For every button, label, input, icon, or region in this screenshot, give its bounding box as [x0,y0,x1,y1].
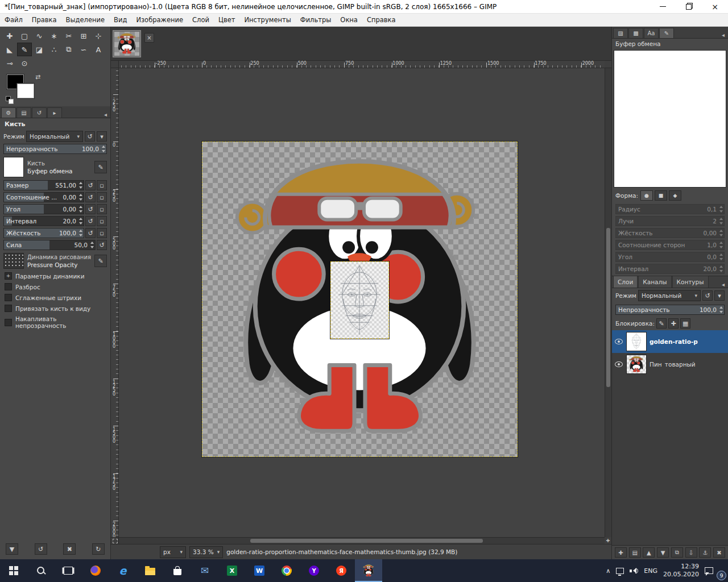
opacity-slider[interactable]: Непрозрачность100,0 [3,144,107,154]
tool-slider-3-slider[interactable]: Интервал20,0 [3,216,84,226]
fonts-tab[interactable]: Aa [644,28,659,38]
taskbar-yahoo[interactable]: Y [300,559,328,582]
menu-item-8[interactable]: Фильтры [296,16,336,24]
menu-item-0[interactable]: Файл [0,16,27,24]
edit-brush-button[interactable]: ✎ [94,161,107,173]
unit-select[interactable]: px ▾ [160,546,186,558]
brush-selector[interactable]: Кисть Буфер обмена ✎ [3,157,107,177]
delete-preset-button[interactable]: ✖ [63,543,76,555]
tool-slider-1-slider[interactable]: Соотношение ...0,00 [3,192,84,202]
tool-slider-0-reset-button[interactable]: ↺ [85,180,96,190]
canvas-viewport[interactable] [119,68,605,537]
background-color-swatch[interactable] [17,84,34,98]
default-colors-icon[interactable] [6,96,14,104]
image-canvas[interactable] [202,142,518,457]
undo-history-tab[interactable]: ↺ [32,107,47,118]
lock-position-button[interactable]: ✚ [668,318,679,329]
shape-diamond-button[interactable]: ◆ [669,190,681,201]
taskbar-gimp[interactable] [355,559,382,582]
taskbar-mail[interactable]: ✉ [191,559,218,582]
horizontal-ruler[interactable]: -250025050075010001250150017502000 [119,61,605,68]
image-tab[interactable] [113,30,141,57]
brushes-tab[interactable]: ▨ [613,28,628,38]
restore-preset-button[interactable]: ↺ [35,543,47,555]
tool-zoom[interactable]: ⊙ [17,56,32,70]
tool-slider-3-reset-button[interactable]: ↺ [85,216,96,226]
menu-item-4[interactable]: Изображение [131,16,188,24]
tool-rectangle-select[interactable]: ▢ [17,29,32,43]
taskbar-excel[interactable]: X [218,559,246,582]
tool-move[interactable]: ✚ [2,29,17,43]
menu-item-10[interactable]: Справка [362,16,400,24]
quick-mask-toggle[interactable] [111,537,119,544]
taskbar-start[interactable] [0,559,27,582]
layer-mode-switch-button[interactable]: ↺ [702,290,713,301]
layer-visible-eye-icon[interactable] [614,338,623,345]
raise-layer-button[interactable]: ▲ [643,547,655,558]
tool-slider-0-spinner[interactable] [78,182,83,189]
tool-slider-2-spinner[interactable] [78,206,83,213]
mode-select[interactable]: Нормальный ▾ [26,131,83,142]
tool-slider-2-reset-button[interactable]: ↺ [85,204,96,214]
swap-colors-icon[interactable]: ⇄ [35,73,40,81]
layer-mode-select[interactable]: Нормальный ▾ [638,290,701,301]
checkbox-row-1[interactable]: Сглаженные штрихи [5,294,106,301]
opacity-spinner[interactable] [101,146,106,152]
tab-paths[interactable]: Контуры [672,276,709,288]
tool-slider-1-reset-button[interactable]: ↺ [85,192,96,202]
tool-slider-3-spinner[interactable] [78,218,83,225]
brush-editor-5-spinner[interactable] [718,265,723,272]
tool-options-tab[interactable]: ⚙ [1,107,16,118]
new-layer-button[interactable]: ✚ [615,547,627,558]
dock-menu-button[interactable]: ◂ [102,111,109,118]
menu-item-9[interactable]: Окна [336,16,362,24]
vertical-ruler[interactable]: -250025050075010001250150017502000 [111,68,119,537]
brush-editor-4-spinner[interactable] [718,253,723,260]
layer-opacity-slider[interactable]: Непрозрачность100,0 [615,305,725,315]
reset-tool-button[interactable]: ↻ [92,543,105,555]
taskbar-explorer[interactable] [136,559,164,582]
taskbar-yandex[interactable]: Я [328,559,355,582]
taskbar-word[interactable]: W [246,559,273,582]
dock-menu-button[interactable]: ◂ [719,32,727,38]
mode-reset-button[interactable]: ↺ [85,131,95,142]
brush-editor-0-slider[interactable]: Радиус0,1 [615,204,725,214]
checkbox-row-2[interactable]: Привязать кисть к виду [5,305,106,312]
lock-pixels-button[interactable]: ✎ [656,318,667,329]
tool-free-select[interactable]: ∿ [32,29,47,43]
hidden-icons-button[interactable]: ∧ [606,567,610,575]
pasted-layer-selection[interactable] [330,261,389,339]
tool-slider-4-reset-button[interactable]: ↺ [85,228,96,238]
notification-badge[interactable]: 9 [717,571,726,580]
zoom-select[interactable]: 33.3 % ▾ [189,546,223,558]
tool-slider-4-slider[interactable]: Жёсткость100,0 [3,228,84,238]
tool-slider-4-spinner[interactable] [78,230,83,236]
mode-menu-button[interactable]: ▾ [97,131,107,142]
tool-slider-2-link-button[interactable]: ▫ [97,204,107,214]
dynamics-options-expander[interactable]: + Параметры динамики [5,272,106,280]
horizontal-scrollbar[interactable] [119,537,605,544]
network-icon[interactable] [616,568,624,574]
dynamics-selector[interactable]: Динамика рисования Pressure Opacity ✎ [3,253,107,269]
vertical-scrollbar-thumb[interactable] [606,228,610,388]
tool-slider-5-slider[interactable]: Сила50,0 [3,240,96,250]
shape-circle-button[interactable]: ● [640,190,653,201]
patterns-tab[interactable]: ▩ [628,28,643,38]
brush-editor-2-slider[interactable]: Жёсткость0,00 [615,228,725,238]
brush-editor-5-slider[interactable]: Интервал20,0 [615,264,725,274]
merge-layer-button[interactable]: ⇩ [685,547,697,558]
tool-eraser[interactable]: ◪ [32,43,47,56]
tab-channels[interactable]: Каналы [638,276,671,288]
taskbar-chrome[interactable] [273,559,300,582]
taskbar-task-view[interactable] [55,559,82,582]
duplicate-layer-button[interactable]: ⧉ [671,547,683,558]
tool-slider-0-slider[interactable]: Размер551,00 [3,180,84,190]
menu-item-2[interactable]: Выделение [61,16,110,24]
brush-editor-3-spinner[interactable] [718,242,723,248]
pointer-tab[interactable]: ▸ [47,107,62,118]
delete-layer-button[interactable]: ✖ [713,547,725,558]
tool-slider-5-spinner[interactable] [89,242,94,248]
tool-slider-5-reset-button[interactable]: ↺ [97,240,107,250]
device-status-tab[interactable]: ▤ [16,107,31,118]
menu-item-7[interactable]: Инструменты [239,16,295,24]
